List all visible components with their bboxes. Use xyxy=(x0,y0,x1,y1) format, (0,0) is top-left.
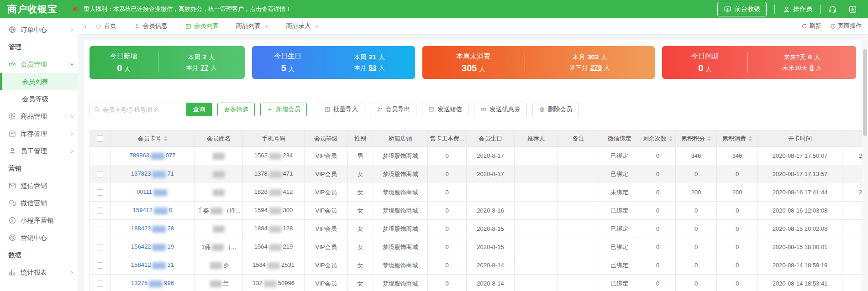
redacted-blur xyxy=(153,189,167,196)
query-button[interactable]: 查询 xyxy=(186,103,212,116)
cell-phone: 1884128 xyxy=(243,220,305,238)
stat-card-title: 今日到期 xyxy=(662,52,747,61)
column-header-name: 会员姓名 xyxy=(195,130,243,147)
tab-member-list[interactable]: 会员列表 xyxy=(185,22,219,30)
cell-select xyxy=(90,220,110,238)
cell-card-number[interactable]: 15642219 xyxy=(110,238,195,256)
stat-detail-link[interactable]: 0 xyxy=(808,53,812,61)
sidebar-item-goods-management[interactable]: 商品管理› xyxy=(0,108,78,125)
sidebar-item-sms-marketing[interactable]: 短信营销 xyxy=(0,177,78,194)
stat-detail-link[interactable]: 0 xyxy=(810,63,813,71)
sidebar-item-order-center[interactable]: 订单中心› xyxy=(0,21,78,38)
refresh-button[interactable]: 刷新 xyxy=(801,22,821,30)
redacted-blur xyxy=(152,171,166,178)
cell-card-number[interactable]: 13275996 xyxy=(110,275,195,291)
stat-card-title: 今日生日 xyxy=(252,52,324,61)
sidebar-item-stock-management[interactable]: 库存管理› xyxy=(0,125,78,142)
tab-goods-list[interactable]: 商品列表× xyxy=(236,22,269,30)
trash-icon xyxy=(539,106,545,113)
cell-note xyxy=(558,256,599,275)
tab-goods-entry[interactable]: 商品录入× xyxy=(286,22,319,30)
cell-card-number[interactable]: 1594120 xyxy=(110,202,195,220)
row-checkbox[interactable] xyxy=(97,153,103,159)
cell-store: 梦境服饰商城 xyxy=(373,275,428,291)
stat-card-value: 0人 xyxy=(89,63,158,73)
button-label: 新增会员 xyxy=(276,105,300,114)
stat-detail-link[interactable]: 21 xyxy=(369,53,377,61)
cell-card-number[interactable]: 13782371 xyxy=(110,165,195,183)
member-export-button[interactable]: 会员导出 xyxy=(370,103,416,116)
delete-member-button[interactable]: 删除会员 xyxy=(532,103,579,116)
redacted-blur xyxy=(269,208,282,214)
close-icon[interactable]: × xyxy=(265,22,269,30)
row-checkbox[interactable] xyxy=(97,281,103,287)
cell-select xyxy=(90,256,110,275)
stat-card-today-birthday: 今日生日5人本周21人本月53人 xyxy=(252,46,415,79)
sidebar-item-statistics-reports[interactable]: 统计报表› xyxy=(0,264,78,281)
front-cashier-button[interactable]: 前台收银 xyxy=(717,2,767,16)
row-checkbox[interactable] xyxy=(97,244,103,250)
send-sms-button[interactable]: 发送短信 xyxy=(422,103,468,116)
column-header-remaining[interactable]: 剩余次数 xyxy=(640,130,676,147)
cell-spend: 346 xyxy=(717,147,758,165)
scrollbar-thumb[interactable] xyxy=(863,49,867,136)
sidebar-item-member-list[interactable]: 会员列表 xyxy=(0,73,78,90)
cell-card-number[interactable]: 18842228 xyxy=(110,220,195,238)
cell-birthday: 2020-8-17 xyxy=(467,165,515,183)
select-all-checkbox[interactable] xyxy=(97,135,103,142)
sidebar-item-member-management[interactable]: 会员管理› xyxy=(0,56,78,73)
redacted-blur xyxy=(213,226,225,233)
stat-detail-link[interactable]: 2 xyxy=(203,53,206,61)
row-checkbox[interactable] xyxy=(97,208,103,214)
cell-name: 兰 xyxy=(195,275,243,291)
cell-select xyxy=(90,275,110,291)
sidebar-item-marketing-center[interactable]: 营销中心 xyxy=(0,229,78,246)
stat-detail-link[interactable]: 302 xyxy=(587,53,599,61)
column-header-level: 会员等级 xyxy=(305,130,348,147)
row-checkbox[interactable] xyxy=(97,189,103,196)
column-header-card[interactable]: 会员卡号 xyxy=(110,130,195,147)
redacted-blur xyxy=(149,281,163,287)
announcement-bar[interactable]: 重大福利：本系统已连接企业微信，高效办公，统一管理客户，点击查看详情！ xyxy=(72,5,291,13)
send-coupon-button[interactable]: 发送优惠券 xyxy=(474,103,527,116)
column-header-spend[interactable]: 累积消费 xyxy=(717,130,758,147)
cell-card-number[interactable]: 15841231 xyxy=(110,256,195,275)
stat-detail: 本月53人 xyxy=(354,63,385,72)
sidebar-item-staff-management[interactable]: 员工管理› xyxy=(0,142,78,160)
sidebar-item-member-level[interactable]: 会员等级 xyxy=(0,90,78,108)
wechat-icon xyxy=(8,199,16,207)
stat-detail-link[interactable]: 278 xyxy=(590,63,602,71)
stat-card-details: 本周2人本月77人 xyxy=(158,53,245,72)
batch-import-button[interactable]: 批量导入 xyxy=(318,103,364,116)
row-checkbox[interactable] xyxy=(97,171,103,177)
column-header-points[interactable]: 累积积分 xyxy=(676,130,717,147)
tab-member-info[interactable]: 会员信息 xyxy=(134,22,168,30)
column-header-wechat: 微信绑定 xyxy=(599,130,640,147)
headset-icon[interactable] xyxy=(828,5,837,14)
column-label: 会员卡号 xyxy=(138,135,162,142)
operator-menu[interactable]: 操作员 xyxy=(783,5,812,13)
sidebar-item-miniprogram-marketing[interactable]: 小程序营销 xyxy=(0,212,78,229)
cell-fee: 0 xyxy=(428,220,467,238)
row-checkbox[interactable] xyxy=(97,226,103,232)
stat-detail-link[interactable]: 77 xyxy=(201,63,209,71)
close-icon[interactable]: × xyxy=(315,22,319,30)
button-label: 更多筛选 xyxy=(224,105,248,114)
search-input[interactable] xyxy=(103,106,183,113)
page-ops-button[interactable]: 页面操作 xyxy=(830,22,862,30)
table-row: 156422191倆（...1564219VIP会员女梦境服饰商城02020-8… xyxy=(90,238,862,256)
cell-card-number[interactable]: 789963077 xyxy=(110,147,195,165)
stat-detail-link[interactable]: 53 xyxy=(369,63,377,71)
row-checkbox[interactable] xyxy=(97,262,103,269)
more-filters-button[interactable]: 更多筛选 xyxy=(217,103,255,116)
add-member-button[interactable]: 新增会员 xyxy=(260,103,307,116)
sidebar-item-wechat-marketing[interactable]: 微信营销 xyxy=(0,194,78,212)
sidebar-toggle-chevron[interactable]: › xyxy=(84,22,87,30)
cell-card-number[interactable]: 00111 xyxy=(110,183,195,202)
download-icon[interactable] xyxy=(848,5,857,14)
cell-extra xyxy=(842,220,862,238)
tab-home[interactable]: 首页 xyxy=(95,22,116,30)
table-row: 15841231彡15842531VIP会员女梦境服饰商城02020-8-14已… xyxy=(90,256,862,275)
tab-label: 会员信息 xyxy=(143,22,168,30)
table-row: 1594120千姿（绎...1594300VIP会员女梦境服饰商城02020-8… xyxy=(90,202,862,220)
